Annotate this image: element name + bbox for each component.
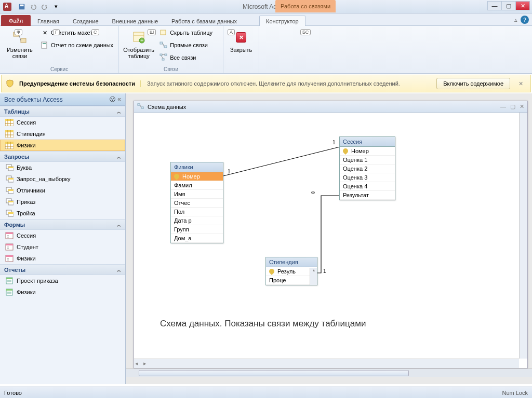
keytip-external: Ш [148, 29, 156, 35]
qat-save-icon[interactable] [17, 2, 27, 12]
table-header[interactable]: Стипендия [266, 257, 317, 267]
enable-content-button[interactable]: Включить содержимое [436, 78, 510, 89]
ribbon-group-links: + Отобразить таблицу Скрыть таблицу Прям… [119, 26, 223, 73]
tab-design[interactable]: Конструктор [259, 16, 305, 26]
nav-item-table[interactable]: Сессия [0, 117, 125, 128]
svg-rect-21 [5, 119, 14, 121]
table-header[interactable]: Физики [171, 162, 223, 172]
svg-rect-59 [6, 255, 13, 257]
table-box[interactable]: ФизикиНомерФамилИмяОтчесПолДата рГруппДо… [170, 162, 223, 243]
nav-item-table[interactable]: Физики [0, 140, 125, 151]
doc-scrollbar-vertical[interactable] [519, 113, 527, 359]
svg-rect-40 [8, 178, 14, 180]
doc-minimize-icon[interactable]: — [500, 103, 506, 110]
ribbon: Изменить связи ✕Очистить макет Отчет по … [0, 26, 532, 74]
qat-dropdown-icon[interactable]: ▾ [51, 2, 61, 12]
nav-item-report[interactable]: Физики [0, 286, 125, 298]
relationship-report-button[interactable]: Отчет по схеме данных [38, 39, 115, 51]
doc-scrollbar-horizontal[interactable]: ◂▸ [134, 359, 519, 368]
svg-rect-1 [20, 4, 24, 6]
canvas-scroll-thumb[interactable] [139, 370, 409, 376]
tab-create[interactable]: Создание [66, 16, 105, 26]
hide-table-button[interactable]: Скрыть таблицу [157, 27, 220, 38]
ribbon-minimize-icon[interactable]: ▵ [514, 17, 517, 23]
doc-maximize-icon[interactable]: ▢ [510, 103, 515, 110]
table-field[interactable]: Оценка 4 [340, 182, 395, 191]
table-field[interactable]: Пол [171, 208, 223, 216]
table-icon [5, 142, 14, 149]
table-box[interactable]: СессияНомерОценка 1Оценка 2Оценка 3Оценк… [339, 136, 395, 200]
table-box[interactable]: СтипендияРезульПроце▴ [265, 257, 317, 285]
qat-redo-icon[interactable] [39, 2, 50, 12]
table-field[interactable]: Имя [171, 190, 223, 199]
table-field[interactable]: Фамил [171, 181, 223, 190]
tab-file[interactable]: Файл [1, 15, 31, 26]
svg-rect-52 [7, 235, 9, 236]
svg-rect-43 [8, 189, 14, 191]
nav-item-form[interactable]: Студент [0, 241, 125, 253]
svg-line-19 [161, 56, 163, 59]
nav-section-table[interactable]: Таблицы [0, 106, 125, 117]
clear-layout-button[interactable]: ✕Очистить макет [38, 27, 115, 38]
nav-item-query[interactable]: Запрос_на_выборку [0, 173, 125, 185]
doc-close-icon[interactable]: ✕ [520, 103, 524, 110]
report-icon [5, 277, 14, 284]
table-field[interactable]: Дом_а [171, 234, 223, 243]
design-canvas: Схема данных — ▢ ✕ ФизикиНомерФамилИмяОт… [126, 93, 532, 384]
nav-section-form[interactable]: Формы [0, 219, 125, 230]
tab-home[interactable]: Главная [31, 16, 66, 26]
window-titlebar: ▾ Microsoft Access Работа со связями — ▢… [0, 0, 532, 13]
nav-item-form[interactable]: Сессия [0, 230, 125, 241]
qat-undo-icon[interactable] [28, 2, 38, 12]
nav-item-form[interactable]: Физики [0, 253, 125, 264]
tab-dbtools[interactable]: Работа с базами данных [165, 16, 244, 26]
slide-caption: Схема данных. Показаны связи между табли… [160, 319, 366, 329]
nav-dropdown-icon[interactable]: ⓥ [110, 95, 115, 103]
table-field[interactable]: Оценка 2 [340, 164, 395, 173]
maximize-button[interactable]: ▢ [501, 1, 516, 10]
table-field[interactable]: Результат [340, 191, 395, 200]
nav-item-query[interactable]: Отличники [0, 185, 125, 196]
canvas-scrollbar-horizontal[interactable] [126, 368, 532, 377]
doc-titlebar[interactable]: Схема данных — ▢ ✕ [134, 101, 527, 113]
nav-item-label: Сессия [17, 119, 36, 126]
nav-section-query[interactable]: Запросы [0, 151, 125, 162]
svg-rect-63 [6, 278, 12, 279]
relationship-cardinality: 1 [332, 140, 336, 145]
quick-access-toolbar: ▾ [17, 2, 61, 12]
nav-item-table[interactable]: Стипендия [0, 128, 125, 140]
close-button[interactable]: ✕ [515, 1, 530, 10]
table-header[interactable]: Сессия [340, 137, 395, 147]
all-relationships-button[interactable]: Все связи [157, 52, 220, 63]
nav-item-query[interactable]: Тройка [0, 208, 125, 219]
nav-item-query[interactable]: Буква [0, 162, 125, 173]
nav-header[interactable]: Все объекты Access ⓥ [0, 93, 125, 106]
table-field[interactable]: Номер [340, 147, 395, 156]
nav-item-label: Запрос_на_выборку [17, 176, 71, 182]
ribbon-tabs: Файл Главная Создание Внешние данные Раб… [0, 13, 532, 26]
table-field[interactable]: Номер [171, 172, 223, 181]
svg-rect-3 [21, 38, 26, 43]
table-field[interactable]: Групп [171, 225, 223, 234]
keytip-dbtools: А [228, 29, 235, 35]
direct-relationships-button[interactable]: Прямые связи [157, 39, 220, 51]
table-field[interactable]: Оценка 3 [340, 173, 395, 182]
table-field[interactable]: Дата р [171, 216, 223, 225]
nav-section-report[interactable]: Отчеты [0, 264, 125, 275]
security-close-button[interactable]: ✕ [515, 80, 526, 87]
svg-rect-6 [43, 43, 46, 44]
minimize-button[interactable]: — [487, 1, 502, 10]
nav-item-report[interactable]: Проект приказа [0, 275, 125, 286]
table-field[interactable]: Отчес [171, 199, 223, 208]
nav-item-query[interactable]: Приказ [0, 196, 125, 208]
form-icon [5, 255, 14, 262]
nav-collapse-icon[interactable] [117, 95, 121, 103]
relationship-cardinality: ∞ [311, 189, 315, 195]
table-field[interactable]: Оценка 1 [340, 156, 395, 164]
help-icon[interactable]: ? [521, 16, 529, 24]
relationship-cardinality: 1 [228, 169, 231, 174]
nav-item-label: Отличники [17, 187, 45, 194]
field-scrollbar[interactable]: ▴ [310, 268, 317, 285]
tab-external[interactable]: Внешние данные [105, 16, 165, 26]
group-label-service: Сервис [3, 65, 115, 73]
